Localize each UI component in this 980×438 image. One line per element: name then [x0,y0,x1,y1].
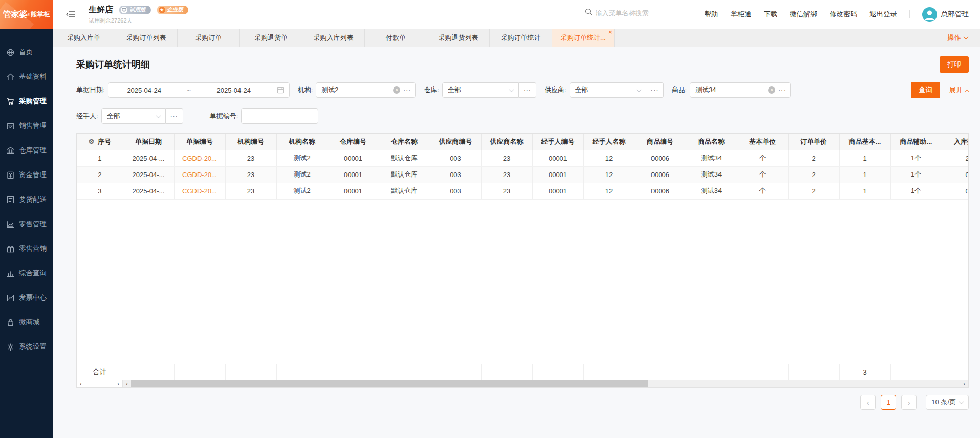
tab-payment[interactable]: 付款单 [365,29,427,47]
scroll-left-icon[interactable]: ‹ [80,381,82,387]
sum-cell [123,364,174,380]
clear-icon[interactable]: × [768,86,775,94]
warehouse-more-button[interactable]: ··· [519,82,536,98]
sidebar-item-invoice[interactable]: 发票中心 [0,286,53,310]
more-icon[interactable]: ··· [778,86,786,94]
operations-dropdown[interactable]: 操作 [947,29,980,47]
tab-purchase-order[interactable]: 采购订单 [178,29,240,47]
main-column: 生鲜店 试用版 ★ 企业版 试用剩余27262天 帮助 [53,0,980,438]
page-number-current[interactable]: 1 [881,395,896,410]
query-button[interactable]: 查询 [911,82,940,98]
sidebar-item-settings[interactable]: 系统设置 [0,335,53,359]
bill-no-link[interactable]: CGDD-20... [174,150,225,166]
user-account[interactable]: 总部管理 [922,7,969,22]
avatar [922,7,937,22]
tab-purchase-order-stats-detail[interactable]: 采购订单统计... × [552,29,615,47]
store-info: 生鲜店 试用版 ★ 企业版 试用剩余27262天 [89,5,188,25]
tab-purchase-return-list[interactable]: 采购退货列表 [427,29,490,47]
sidebar-item-label: 综合查询 [19,269,47,278]
print-button[interactable]: 打印 [940,56,969,73]
scroll-right-icon[interactable]: › [117,381,119,387]
date-from-value[interactable]: 2025-04-24 [114,86,175,94]
data-table: ⚙序号 单据日期 单据编号 机构编号 机构名称 仓库编号 仓库名称 供应商编号 … [76,133,969,388]
billno-input[interactable] [247,113,313,120]
warehouse-select-group: 全部 ··· [442,82,536,98]
sidebar-item-purchase[interactable]: 采购管理 [0,89,53,114]
chevron-up-icon [965,89,970,94]
sidebar-item-retail-mgmt[interactable]: 零售管理 [0,212,53,236]
cell: 12 [583,166,635,183]
sum-cell [328,364,379,380]
bank-icon [7,147,14,155]
search-input[interactable] [596,9,678,17]
scrollbar-track[interactable] [648,380,960,387]
chevron-down-icon [964,34,969,39]
sidebar-menu: 首页 基础资料 采购管理 销售管理 仓库管理 资金管理 [0,29,53,359]
cell: 23 [481,150,532,166]
handler-more-button[interactable]: ··· [166,108,183,124]
sum-cell [583,364,635,380]
date-to-value[interactable]: 2025-04-24 [203,86,265,94]
col-header: 订单单价 [788,134,839,150]
tab-purchase-order-list[interactable]: 采购订单列表 [115,29,178,47]
close-tab-icon[interactable]: × [608,29,612,36]
change-password-link[interactable]: 修改密码 [830,10,857,19]
sidebar-item-micro-mall[interactable]: 微商城 [0,310,53,335]
download-link[interactable]: 下载 [764,10,777,19]
next-page-button[interactable]: › [901,395,917,410]
tab-purchase-inbound-list[interactable]: 采购入库列表 [302,29,365,47]
cell: 00001 [328,166,379,183]
cell: 00006 [635,183,686,199]
sidebar-item-delivery[interactable]: 要货配送 [0,187,53,212]
sidebar-item-label: 零售管理 [19,220,47,229]
collapse-sidebar-icon[interactable] [66,10,75,18]
sum-cell [942,364,968,380]
prev-page-button[interactable]: ‹ [860,395,876,410]
date-range-picker[interactable]: 2025-04-24 ~ 2025-04-24 [108,82,290,98]
trial-badge: 试用版 [119,6,151,14]
clear-icon[interactable]: × [393,86,400,94]
expand-label: 展开 [949,85,963,95]
product-select[interactable]: 测试34 × ··· [690,82,791,98]
bill-no-link[interactable]: CGDD-20... [174,166,225,183]
gift-icon [7,245,14,253]
tab-purchase-order-stats[interactable]: 采购订单统计 [490,29,552,47]
sidebar-item-query[interactable]: 综合查询 [0,261,53,286]
supplier-more-button[interactable]: ··· [646,82,664,98]
horizontal-scrollbar: ‹ › ‹ › [77,380,968,387]
sidebar-item-home[interactable]: 首页 [0,40,53,64]
page-title: 采购订单统计明细 [76,58,150,71]
sidebar-item-funds[interactable]: 资金管理 [0,163,53,187]
table-row: 2 2025-04-... CGDD-20... 23 测试2 00001 默认… [77,166,968,183]
sidebar-item-warehouse[interactable]: 仓库管理 [0,138,53,163]
bill-no-link[interactable]: CGDD-20... [174,183,225,199]
logo-sub-text: 熊掌柜 [31,10,50,19]
page-size-select[interactable]: 10 条/页 [926,395,969,410]
sidebar-item-label: 首页 [19,48,33,57]
tab-label: 采购订单统计 [501,33,541,42]
supplier-select[interactable]: 全部 [570,82,646,98]
expand-link[interactable]: 展开 [949,85,969,95]
scroll-left-icon[interactable]: ‹ [123,380,131,387]
more-icon[interactable]: ··· [403,86,411,94]
wechat-unbind-link[interactable]: 微信解绑 [790,10,817,19]
logout-link[interactable]: 退出登录 [869,10,897,19]
org-select[interactable]: 测试2 × ··· [316,82,416,98]
scroll-right-icon[interactable]: › [960,380,968,387]
zhangguitong-link[interactable]: 掌柜通 [731,10,752,19]
help-link[interactable]: 帮助 [705,10,718,19]
warehouse-select[interactable]: 全部 [442,82,519,98]
scrollbar-thumb[interactable] [131,380,648,387]
tab-purchase-return[interactable]: 采购退货单 [240,29,302,47]
sidebar-item-basic-data[interactable]: 基础资料 [0,64,53,89]
sidebar-item-retail-marketing[interactable]: 零售营销 [0,236,53,261]
sidebar-item-sales[interactable]: 销售管理 [0,114,53,138]
column-settings-icon[interactable]: ⚙ [88,138,94,145]
handler-select[interactable]: 全部 [101,108,166,124]
cell: 测试2 [276,183,328,199]
billno-input-box [241,108,318,124]
cell: 12 [583,183,635,199]
col-header: 商品基本... [839,134,890,150]
tab-label: 采购退货单 [254,33,288,42]
tab-purchase-inbound[interactable]: 采购入库单 [53,29,115,47]
